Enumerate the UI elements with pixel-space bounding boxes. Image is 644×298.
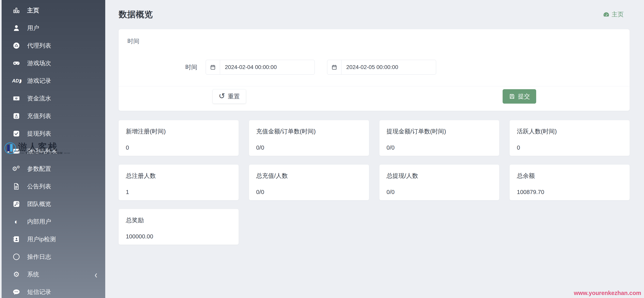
svg-text:A: A: [15, 114, 18, 118]
stat-card: 充值金额/订单数(时间) 0/0: [249, 120, 369, 156]
sidebar-item-param-config[interactable]: ⚙⚙ 参数配置: [2, 160, 105, 178]
stat-card: 活跃人数(时间) 0: [510, 120, 630, 156]
submit-button[interactable]: 提交: [502, 89, 536, 104]
check-square-icon: [11, 129, 22, 138]
calendar-icon: [206, 60, 220, 74]
page-title: 数据概览: [118, 9, 153, 20]
stats-grid: 新增注册(时间) 0 充值金额/订单数(时间) 0/0 提现金额/订单数(时间)…: [118, 120, 630, 245]
agent-circle-icon: [11, 41, 22, 50]
stat-card-value: 0/0: [386, 144, 492, 151]
start-datetime-input[interactable]: [220, 60, 314, 74]
sidebar-item-fund-flow[interactable]: 1 资金流水: [2, 90, 105, 107]
gamepad-icon: [11, 59, 22, 68]
sidebar-item-announcement-list[interactable]: 公告列表: [2, 178, 105, 195]
sidebar-item-recharge-list[interactable]: A 充值列表: [2, 107, 105, 125]
time-field-label: 时间: [118, 63, 206, 71]
stat-card: 新增注册(时间) 0: [118, 120, 239, 156]
svg-text:1: 1: [16, 97, 17, 99]
sidebar-item-internal-users[interactable]: ◐ 内部用户: [2, 213, 105, 230]
sidebar-nav: 主页 用户 代理列表 游戏场次 AD))) 游戏记录 1 资金流水 A 充值列表…: [2, 0, 105, 298]
page-header: 数据概览 主页: [118, 9, 630, 20]
tachometer-icon: [603, 11, 610, 18]
file-alt-icon: [11, 182, 22, 191]
calendar-icon: [327, 60, 342, 74]
reset-button[interactable]: ↺ 重置: [212, 89, 246, 104]
sidebar-item-game-sessions[interactable]: 游戏场次: [2, 54, 105, 72]
audio-description-icon: AD))): [11, 76, 22, 85]
stat-card-value: 0/0: [256, 189, 362, 195]
circle-outline-icon: [11, 252, 22, 261]
steam-icon: [11, 200, 22, 208]
stat-card-title: 总提现/人数: [386, 172, 492, 180]
stat-card-title: 新增注册(时间): [126, 127, 232, 135]
stat-card-value: 0/0: [256, 144, 362, 151]
amazon-pay-icon: A: [11, 112, 22, 120]
stat-card-title: 提现金额/订单数(时间): [386, 127, 492, 135]
stat-card-value: 0: [126, 144, 232, 151]
stat-card-value: 0/0: [386, 189, 492, 195]
save-icon: [509, 93, 515, 100]
sidebar-item-system[interactable]: ⚙ 系统 ‹: [2, 266, 105, 283]
filter-card-footer: ↺ 重置 提交: [118, 86, 630, 112]
filter-card: 时间 时间 ↺ 重置: [118, 29, 630, 111]
stat-card-title: 总奖励: [126, 216, 232, 224]
stat-card-title: 总余额: [517, 172, 622, 180]
sidebar-item-agent-list[interactable]: 代理列表: [2, 37, 105, 54]
amex-card-icon: [11, 147, 22, 156]
end-datetime-input[interactable]: [342, 60, 436, 74]
sidebar-item-withdraw-list[interactable]: 提现列表: [2, 125, 105, 142]
breadcrumb-home-link[interactable]: 主页: [603, 11, 624, 19]
address-book-icon: [11, 235, 22, 244]
cogs-icon: ⚙⚙: [11, 164, 22, 173]
stat-card: 提现金额/订单数(时间) 0/0: [380, 120, 500, 156]
sidebar-item-team-overview[interactable]: 团队概览: [2, 195, 105, 213]
stat-card: 总注册人数 1: [118, 165, 239, 200]
stat-card-title: 充值金额/订单数(时间): [256, 127, 362, 135]
stat-card: 总充值/人数 0/0: [249, 165, 369, 200]
time-form-row: 时间: [118, 60, 630, 75]
chart-bar-icon: [11, 6, 22, 15]
sidebar-item-sms-records[interactable]: 短信记录: [2, 283, 105, 298]
sidebar-item-operation-log[interactable]: 操作日志: [2, 248, 105, 266]
stat-card-title: 活跃人数(时间): [517, 127, 622, 135]
stat-card-title: 总注册人数: [126, 172, 232, 180]
stat-card: 总奖励 100000.00: [118, 209, 239, 245]
sidebar-item-game-records[interactable]: AD))) 游戏记录: [2, 72, 105, 90]
stat-card: 总提现/人数 0/0: [380, 165, 500, 200]
stat-card: 总余额 100879.70: [510, 165, 630, 200]
end-datetime-group: [327, 60, 436, 75]
sidebar-item-activation-codes[interactable]: 激活码列表: [2, 142, 105, 160]
breadcrumb-home-label: 主页: [612, 11, 624, 19]
main-content: 数据概览 主页 时间 时间: [105, 0, 644, 298]
chevron-left-icon: ‹: [95, 269, 97, 279]
user-icon: [11, 24, 22, 32]
sidebar: 主页 用户 代理列表 游戏场次 AD))) 游戏记录 1 资金流水 A 充值列表…: [2, 0, 105, 298]
undo-icon: ↺: [219, 92, 225, 100]
submit-button-label: 提交: [518, 92, 530, 101]
stat-card-value: 100879.70: [517, 189, 622, 195]
sidebar-item-home[interactable]: 主页: [2, 2, 105, 19]
start-datetime-group: [206, 60, 315, 75]
stat-card-value: 0: [517, 144, 622, 151]
sidebar-item-users[interactable]: 用户: [2, 19, 105, 37]
stat-card-value: 1: [126, 189, 232, 195]
reset-button-label: 重置: [228, 92, 240, 101]
stat-card-title: 总充值/人数: [256, 172, 362, 180]
filter-card-title: 时间: [118, 29, 630, 45]
comment-icon: [11, 287, 22, 296]
sidebar-item-user-ip-check[interactable]: 用户ip检测: [2, 230, 105, 248]
adjust-icon: ◐: [11, 217, 22, 226]
money-bill-icon: 1: [11, 94, 22, 103]
gear-icon: ⚙: [11, 270, 22, 279]
stat-card-value: 100000.00: [126, 233, 232, 240]
